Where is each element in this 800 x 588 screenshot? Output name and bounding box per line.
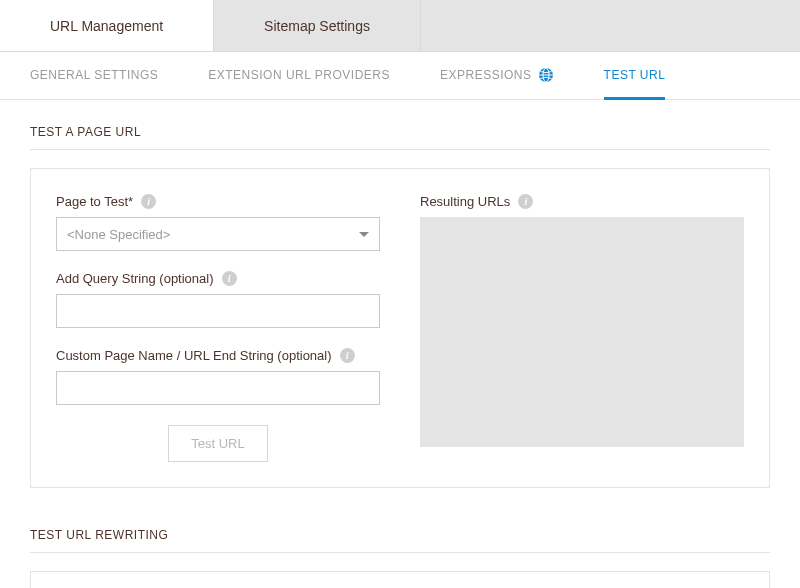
add-query-string-input[interactable]	[56, 294, 380, 328]
subtab-expressions-label: EXPRESSIONS	[440, 68, 532, 82]
panel-test-url-rewriting: URL to Test* i Rewriting Result i	[30, 571, 770, 588]
custom-page-name-label: Custom Page Name / URL End String (optio…	[56, 348, 332, 363]
panel-test-page-url: Page to Test* i <None Specified> Add Que…	[30, 168, 770, 488]
page-to-test-value: <None Specified>	[67, 227, 170, 242]
section-title-test-url-rewriting: TEST URL REWRITING	[30, 528, 770, 553]
custom-page-name-input[interactable]	[56, 371, 380, 405]
subtab-test-url[interactable]: TEST URL	[604, 52, 666, 100]
info-icon[interactable]: i	[340, 348, 355, 363]
left-column: Page to Test* i <None Specified> Add Que…	[56, 194, 380, 462]
caret-down-icon	[359, 232, 369, 237]
content-area: TEST A PAGE URL Page to Test* i <None Sp…	[0, 100, 800, 588]
page-to-test-label: Page to Test*	[56, 194, 133, 209]
subtab-general-settings[interactable]: GENERAL SETTINGS	[30, 52, 158, 100]
tab-sitemap-settings[interactable]: Sitemap Settings	[214, 0, 421, 51]
info-icon[interactable]: i	[141, 194, 156, 209]
right-column: Resulting URLs i	[420, 194, 744, 462]
field-add-query-string: Add Query String (optional) i	[56, 271, 380, 328]
tab-url-management[interactable]: URL Management	[0, 0, 214, 51]
globe-icon	[538, 67, 554, 83]
resulting-urls-label: Resulting URLs	[420, 194, 510, 209]
field-page-to-test: Page to Test* i <None Specified>	[56, 194, 380, 251]
subtab-expressions[interactable]: EXPRESSIONS	[440, 52, 554, 100]
info-icon[interactable]: i	[518, 194, 533, 209]
field-custom-page-name: Custom Page Name / URL End String (optio…	[56, 348, 380, 405]
subtab-extension-url-providers[interactable]: EXTENSION URL PROVIDERS	[208, 52, 390, 100]
section-title-test-page-url: TEST A PAGE URL	[30, 125, 770, 150]
top-tabs: URL Management Sitemap Settings	[0, 0, 800, 52]
sub-tabs: GENERAL SETTINGS EXTENSION URL PROVIDERS…	[0, 52, 800, 100]
page-to-test-select[interactable]: <None Specified>	[56, 217, 380, 251]
resulting-urls-output	[420, 217, 744, 447]
add-query-string-label: Add Query String (optional)	[56, 271, 214, 286]
test-url-button[interactable]: Test URL	[168, 425, 267, 462]
info-icon[interactable]: i	[222, 271, 237, 286]
